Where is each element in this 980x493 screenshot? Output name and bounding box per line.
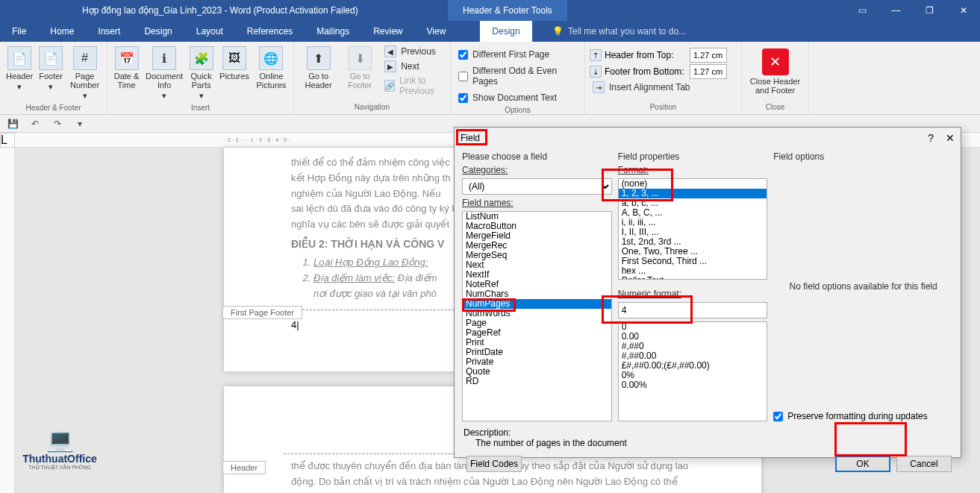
field-properties-label: Field properties (618, 151, 768, 162)
tab-mailings[interactable]: Mailings (305, 21, 361, 42)
tab-home[interactable]: Home (38, 21, 86, 42)
watermark-sub: THỦ THUẬT VĂN PHÒNG (28, 465, 91, 471)
categories-select[interactable]: (All) (462, 178, 612, 195)
header-icon: 📄 (7, 46, 31, 70)
dropdown-icon: ▾ (83, 91, 87, 101)
tab-file[interactable]: File (0, 21, 38, 42)
ruler-corner: L (0, 133, 15, 148)
tell-me-placeholder: Tell me what you want to do... (568, 26, 686, 37)
save-icon[interactable]: 💾 (6, 117, 19, 131)
vertical-ruler[interactable] (0, 133, 15, 493)
preserve-formatting-checkbox[interactable]: Preserve formatting during updates (773, 411, 953, 421)
header-button[interactable]: 📄Header▾ (4, 45, 34, 102)
laptop-icon: 💻 (46, 427, 74, 453)
ribbon-display-icon[interactable]: ▭ (846, 0, 879, 21)
footer-bottom-input[interactable] (690, 64, 727, 79)
field-names-listbox[interactable]: ListNumMacroButtonMergeFieldMergeRecMerg… (462, 211, 612, 421)
date-time-button[interactable]: 📅Date & Time (112, 45, 141, 102)
tab-review[interactable]: Review (361, 21, 414, 42)
previous-button[interactable]: ◀Previous (381, 45, 446, 58)
field-names-label: Field names: (462, 198, 612, 208)
description-text: The number of pages in the document (464, 438, 952, 448)
numeric-format-input[interactable] (618, 302, 768, 318)
dialog-close-icon[interactable]: ✕ (946, 132, 955, 144)
dropdown-icon: ▾ (17, 82, 22, 92)
list-item[interactable]: £#,##0.00;(£#,##0.00) (619, 361, 767, 371)
tab-insert[interactable]: Insert (86, 21, 132, 42)
tab-view[interactable]: View (415, 21, 458, 42)
link-icon: 🔗 (384, 80, 395, 92)
list-item[interactable]: MergeSeq (463, 251, 611, 260)
undo-icon[interactable]: ↶ (28, 117, 42, 131)
goto-footer-button: ⬇Go to Footer (341, 45, 378, 91)
info-icon: ℹ (152, 46, 176, 70)
dropdown-icon: ▾ (49, 82, 53, 92)
globe-icon: 🌐 (259, 46, 283, 70)
document-title: Hợp đồng lao động_Gia Linh_2023 - Word (… (82, 5, 358, 16)
footer-icon: 📄 (39, 46, 63, 70)
format-label: Format: (618, 165, 768, 175)
list-item[interactable]: 0.00% (619, 380, 767, 390)
close-hf-button[interactable]: ✕Close Header and Footer (746, 47, 804, 96)
menu-bar: File Home Insert Design Layout Reference… (0, 21, 980, 42)
page-number-value: 4| (291, 319, 299, 330)
tab-references[interactable]: References (235, 21, 305, 42)
footer-from-bottom: ⇣Footer from Bottom: (590, 64, 737, 79)
format-listbox[interactable]: (none)1, 2, 3, ...a, b, c, ...A, B, C, .… (618, 178, 768, 280)
tell-me-search[interactable]: 💡 Tell me what you want to do... (552, 26, 686, 37)
pictures-button[interactable]: 🖼Pictures (218, 45, 251, 102)
goto-header-button[interactable]: ⬆Go to Header (299, 45, 338, 91)
numeric-format-listbox[interactable]: 00.00#,##0#,##0.00£#,##0.00;(£#,##0.00)0… (618, 321, 768, 421)
minimize-icon[interactable]: — (879, 0, 913, 21)
online-pictures-button[interactable]: 🌐Online Pictures (254, 45, 289, 102)
list-item[interactable]: Dollar Text (619, 276, 767, 280)
field-codes-button[interactable]: Field Codes (466, 456, 522, 472)
footer-button[interactable]: 📄Footer▾ (37, 45, 64, 102)
header-top-input[interactable] (690, 48, 727, 63)
tab-icon: ⇥ (593, 81, 605, 93)
restore-icon[interactable]: ❐ (913, 0, 946, 21)
ribbon: 📄Header▾ 📄Footer▾ #Page Number▾ Header &… (0, 42, 980, 115)
quick-parts-button[interactable]: 🧩Quick Parts▾ (187, 45, 215, 102)
next-icon: ▶ (384, 60, 396, 72)
tab-layout[interactable]: Layout (184, 21, 235, 42)
redo-icon[interactable]: ↷ (51, 117, 64, 131)
group-label-position: Position (590, 101, 737, 111)
dropdown-icon: ▾ (199, 91, 204, 101)
calendar-icon: 📅 (115, 46, 139, 70)
list-item[interactable]: PageRef (463, 328, 611, 338)
header-from-top: ⇡Header from Top: (590, 48, 737, 63)
cancel-button[interactable]: Cancel (896, 456, 952, 472)
header-tag: Header (222, 461, 266, 474)
parts-icon: 🧩 (190, 46, 213, 70)
picture-icon: 🖼 (222, 46, 246, 70)
list-item[interactable]: Quote (463, 367, 611, 377)
description-label: Description: (464, 427, 952, 438)
dialog-help-icon[interactable]: ? (928, 132, 934, 144)
tab-hf-design[interactable]: Design (480, 21, 531, 42)
tab-design[interactable]: Design (132, 21, 184, 42)
field-options-label: Field options (773, 151, 953, 162)
doc-info-button[interactable]: ℹDocument Info▾ (144, 45, 184, 102)
list-item[interactable]: RD (463, 377, 611, 386)
show-document-text-checkbox[interactable]: Show Document Text (455, 91, 580, 104)
dialog-title-text: Field (461, 133, 480, 143)
dropdown-icon: ▾ (162, 91, 166, 101)
no-options-text: No field options available for this fiel… (790, 281, 937, 292)
customize-qat-icon[interactable]: ▾ (73, 117, 87, 131)
list-item[interactable]: 0 (619, 322, 767, 332)
close-window-icon[interactable]: ✕ (946, 0, 980, 21)
ok-button[interactable]: OK (835, 456, 890, 472)
page-number-button[interactable]: #Page Number▾ (67, 45, 102, 102)
link-previous-button: 🔗Link to Previous (381, 75, 446, 97)
insert-alignment-tab-button[interactable]: ⇥Insert Alignment Tab (590, 81, 737, 94)
group-label-insert: Insert (112, 102, 289, 112)
goto-footer-icon: ⬇ (348, 46, 372, 70)
top-margin-icon: ⇡ (590, 49, 602, 61)
group-label-options: Options (455, 104, 580, 114)
different-first-page-checkbox[interactable]: Different First Page (455, 48, 580, 61)
different-odd-even-checkbox[interactable]: Different Odd & Even Pages (455, 64, 580, 88)
numeric-format-label: Numeric format: (618, 289, 768, 299)
next-button[interactable]: ▶Next (381, 60, 446, 73)
close-x-icon: ✕ (762, 48, 789, 75)
